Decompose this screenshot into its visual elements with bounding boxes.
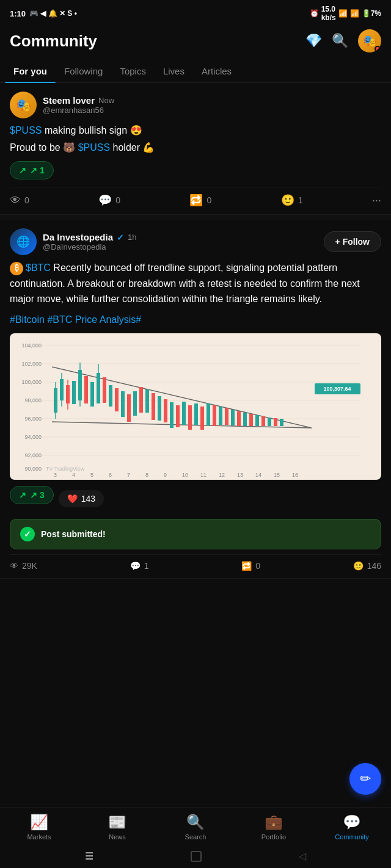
svg-rect-52 bbox=[206, 403, 210, 425]
post-1-line1: $PUSS making bullish sign 😍 bbox=[10, 123, 381, 138]
svg-text:13: 13 bbox=[237, 472, 243, 478]
svg-text:96,000: 96,000 bbox=[24, 416, 42, 422]
svg-text:3: 3 bbox=[54, 472, 57, 478]
feed: 🎭 Steem lover Now @emranhasan56 $PUSS ma… bbox=[0, 83, 391, 579]
svg-rect-33 bbox=[97, 373, 100, 403]
svg-rect-46 bbox=[170, 402, 174, 428]
eye-icon-2: 👁 bbox=[10, 561, 18, 571]
nav-search-label: Search bbox=[185, 833, 206, 841]
speed-indicator: 15.0kb/s bbox=[321, 5, 336, 22]
svg-text:16: 16 bbox=[292, 472, 298, 478]
post-1-comments[interactable]: 💬 0 bbox=[98, 193, 120, 207]
post-1: 🎭 Steem lover Now @emranhasan56 $PUSS ma… bbox=[0, 83, 391, 215]
tab-topics[interactable]: Topics bbox=[111, 60, 155, 82]
svg-text:7: 7 bbox=[127, 472, 130, 478]
trend-badge-2[interactable]: ↗ ↗ 3 bbox=[10, 486, 54, 504]
trend-arrow-icon-2: ↗ bbox=[19, 490, 26, 500]
post-1-views[interactable]: 👁 0 bbox=[10, 194, 29, 207]
post-2-views[interactable]: 👁 29K bbox=[10, 561, 37, 571]
tab-following[interactable]: Following bbox=[56, 60, 111, 82]
post-1-reactions[interactable]: 🙂 1 bbox=[281, 193, 303, 207]
post-2-retweets[interactable]: 🔁 0 bbox=[241, 561, 260, 571]
avatar[interactable]: 🎭 bbox=[358, 29, 381, 52]
post-2-avatar[interactable]: 🌐 bbox=[10, 228, 37, 255]
svg-text:6: 6 bbox=[109, 472, 112, 478]
svg-rect-31 bbox=[84, 376, 88, 403]
nav-news[interactable]: 📰 News bbox=[78, 814, 156, 841]
heart-reaction[interactable]: ❤️ 143 bbox=[59, 490, 104, 507]
post-1-avatar[interactable]: 🎭 bbox=[10, 92, 37, 118]
tab-articles[interactable]: Articles bbox=[193, 60, 240, 82]
gesture-bar: ☰ ◁ bbox=[0, 845, 391, 868]
svg-rect-47 bbox=[176, 405, 180, 427]
svg-text:92,000: 92,000 bbox=[24, 452, 42, 458]
status-right: ⏰ 15.0kb/s 📶 📶 🔋7% bbox=[310, 5, 381, 22]
nav-portfolio-label: Portfolio bbox=[261, 833, 286, 841]
svg-rect-54 bbox=[219, 407, 222, 425]
reaction-icon: 🙂 bbox=[281, 193, 294, 207]
nav-portfolio[interactable]: 💼 Portfolio bbox=[235, 814, 313, 841]
nav-search[interactable]: 🔍 Search bbox=[156, 814, 235, 841]
status-time: 1:10 bbox=[10, 9, 26, 18]
svg-rect-50 bbox=[194, 403, 198, 425]
tab-for-you[interactable]: For you bbox=[5, 60, 56, 82]
post-2-comments[interactable]: 💬 1 bbox=[130, 561, 149, 571]
svg-rect-59 bbox=[249, 414, 253, 426]
search-nav-icon: 🔍 bbox=[186, 814, 205, 831]
svg-rect-63 bbox=[274, 418, 277, 426]
post-2-time: 1h bbox=[128, 233, 136, 242]
post-1-author: 🎭 Steem lover Now @emranhasan56 bbox=[10, 92, 114, 118]
post-2-content: ₿$BTC Recently bounced off trendline sup… bbox=[10, 260, 381, 327]
svg-rect-57 bbox=[237, 411, 241, 426]
diamond-icon[interactable]: 💎 bbox=[305, 33, 322, 49]
hashtag-btc[interactable]: #BTC bbox=[47, 314, 72, 325]
hashtag-bitcoin[interactable]: #Bitcoin bbox=[10, 314, 45, 325]
svg-rect-35 bbox=[103, 377, 106, 403]
markets-icon: 📈 bbox=[30, 814, 48, 831]
puss-mention-2[interactable]: $PUSS bbox=[78, 142, 110, 153]
svg-text:4: 4 bbox=[72, 472, 75, 478]
comment-icon-2: 💬 bbox=[130, 561, 141, 571]
more-icon: ··· bbox=[372, 194, 381, 207]
trend-badge-1[interactable]: ↗ ↗ 1 bbox=[10, 161, 54, 179]
post-2-reactions[interactable]: 🙂 146 bbox=[353, 561, 381, 571]
nav-news-label: News bbox=[109, 833, 126, 841]
post-1-line2: Proud to be 🐻 $PUSS holder 💪 bbox=[10, 140, 381, 155]
nav-markets[interactable]: 📈 Markets bbox=[0, 814, 78, 841]
btc-mention[interactable]: $BTC bbox=[26, 262, 51, 273]
divider-1 bbox=[0, 215, 391, 220]
post-submitted-toast: ✓ Post submitted! bbox=[10, 519, 381, 549]
notification-dot bbox=[375, 46, 381, 52]
svg-rect-21 bbox=[60, 379, 64, 400]
nav-community[interactable]: 💬 Community bbox=[313, 814, 391, 841]
follow-button[interactable]: + Follow bbox=[324, 231, 381, 252]
search-icon[interactable]: 🔍 bbox=[332, 33, 348, 49]
post-1-time: Now bbox=[98, 96, 114, 105]
svg-rect-24 bbox=[66, 385, 70, 403]
post-1-retweets[interactable]: 🔁 0 bbox=[189, 193, 211, 207]
svg-rect-40 bbox=[133, 391, 137, 416]
trend-arrow-icon: ↗ bbox=[19, 165, 26, 175]
puss-mention[interactable]: $PUSS bbox=[10, 125, 42, 136]
compose-fab[interactable]: ✏ bbox=[349, 763, 381, 795]
svg-rect-51 bbox=[200, 407, 204, 430]
post-2-author: 🌐 Da Investopedia ✓ 1h @DaInvestopedia bbox=[10, 228, 137, 255]
post-1-more[interactable]: ··· bbox=[372, 194, 381, 207]
svg-rect-43 bbox=[152, 393, 155, 420]
svg-rect-56 bbox=[231, 410, 235, 425]
svg-rect-27 bbox=[72, 381, 76, 404]
svg-text:5: 5 bbox=[90, 472, 93, 478]
post-1-header: 🎭 Steem lover Now @emranhasan56 bbox=[10, 92, 381, 118]
bottom-nav: 📈 Markets 📰 News 🔍 Search 💼 Portfolio 💬 … bbox=[0, 807, 391, 868]
svg-rect-39 bbox=[127, 394, 131, 422]
status-left: 1:10 🎮 ◀ 🔔 ✕ S • bbox=[10, 9, 77, 18]
alarm-icon: ⏰ bbox=[310, 9, 319, 18]
post-2-hashtags: #Bitcoin #BTC Price Analysis# bbox=[10, 312, 381, 328]
post-2-stats: 👁 29K 💬 1 🔁 0 🙂 146 bbox=[10, 554, 381, 578]
tab-lives[interactable]: Lives bbox=[155, 60, 193, 82]
retweet-icon-2: 🔁 bbox=[241, 561, 252, 571]
nav-community-label: Community bbox=[335, 833, 369, 841]
post-1-handle: @emranhasan56 bbox=[43, 106, 114, 115]
svg-rect-60 bbox=[255, 415, 259, 426]
svg-text:98,000: 98,000 bbox=[24, 397, 42, 403]
